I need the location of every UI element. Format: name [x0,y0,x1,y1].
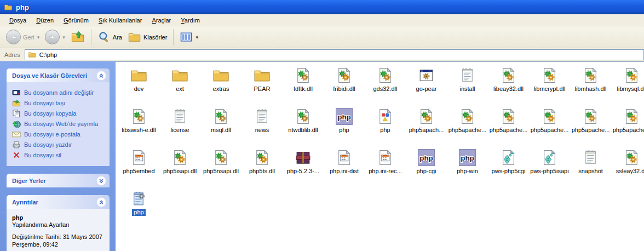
file-item[interactable]: msql.dll [200,106,242,147]
file-item[interactable]: php.ini-rec... [365,147,406,188]
file-item[interactable]: news [242,106,283,147]
file-item[interactable]: php5embed [118,147,159,188]
panel-details: Ayrıntılar php Yapılandırma Ayarları Değ… [7,195,110,251]
window-titlebar[interactable]: php [0,0,644,14]
folder-icon [130,66,148,84]
file-item[interactable]: php-cgi [406,147,447,188]
file-item[interactable]: PEAR [242,65,283,106]
file-item[interactable]: ntwdblib.dll [283,106,324,147]
file-item[interactable]: fdftk.dll [283,65,324,106]
file-label: php5apache... [447,127,488,134]
task-item[interactable]: Bu dosyayı yazdır [12,139,106,150]
file-label: pws-php5isapi [528,168,570,175]
menu-item[interactable]: Yardım [176,15,205,25]
file-label: fdftk.dll [292,85,314,93]
file-item[interactable]: php5apache... [488,106,529,147]
file-item[interactable]: libmysql.dll [611,65,644,106]
file-item[interactable]: pws-php5cgi [488,147,529,188]
collapse-button[interactable] [96,71,106,81]
task-item[interactable]: Bu dosyayı e-postala [12,129,106,139]
file-label: php5apache... [611,127,644,134]
file-label: ext [174,85,186,93]
folder-icon [212,66,231,84]
menu-item[interactable]: Sık Kullanılanlar [94,15,147,25]
menu-item[interactable]: Dosya [4,15,31,25]
views-button[interactable]: ▾ [177,29,201,45]
file-item[interactable]: php5apache... [447,106,488,147]
expand-button[interactable] [96,176,106,186]
file-item[interactable]: fribidi.dll [324,65,365,106]
file-item[interactable]: install [447,65,488,106]
file-item[interactable]: libeay32.dll [488,65,529,106]
file-label: libmhash.dll [573,85,608,93]
file-item[interactable]: license [159,106,200,147]
rename-icon [12,88,21,97]
dll-icon [294,66,313,84]
file-item[interactable]: dev [118,65,159,106]
file-item[interactable]: go-pear [406,65,447,106]
file-item[interactable]: ext [159,65,200,106]
file-item[interactable]: extras [200,65,242,106]
file-item[interactable]: php5ts.dll [242,147,283,188]
file-item[interactable]: php5apache... [570,106,611,147]
file-item[interactable]: snapshot [570,147,611,188]
file-label: snapshot [577,168,605,175]
back-dropdown-icon[interactable]: ▾ [37,35,40,40]
task-item[interactable]: Bu dosyayı taşı [12,98,106,108]
file-item[interactable]: php5apach... [406,106,447,147]
search-button[interactable]: Ara [95,29,125,45]
chevron-down-icon [97,177,105,185]
menu-item[interactable]: Düzen [31,15,59,25]
panel-file-tasks-header[interactable]: Dosya ve Klasör Görevleri [7,69,110,82]
file-label: fribidi.dll [331,85,357,93]
file-item[interactable]: libmhash.dll [570,65,611,106]
file-item[interactable]: gds32.dll [365,65,406,106]
text-icon [458,66,477,84]
collapse-button[interactable] [96,197,106,207]
task-item[interactable]: Bu dosyayı Web'de yayımla [12,118,106,129]
dll-icon [540,107,559,126]
folders-button[interactable]: Klasörler [125,28,170,45]
file-label: install [458,85,476,93]
file-label: libswish-e.dll [120,127,157,134]
dll-icon [212,107,231,126]
file-item[interactable]: php5apache... [529,106,570,147]
toolbar-separator [173,29,174,45]
file-label: php-5.2.3-... [285,168,321,175]
task-item[interactable]: Bu dosyanın adını değiştir [12,87,106,98]
views-dropdown-icon[interactable]: ▾ [196,35,198,40]
file-item[interactable]: pws-php5isapi [529,147,570,188]
file-label: php [132,209,145,216]
file-item[interactable]: php5nsapi.dll [200,147,242,188]
ini-icon [335,148,354,167]
forward-button[interactable]: ▾ [42,28,68,46]
file-item[interactable]: php-win [447,147,488,188]
menu-item[interactable]: Araçlar [147,15,176,25]
file-item[interactable]: php [365,106,406,147]
file-item[interactable]: php5isapi.dll [159,147,200,188]
task-item[interactable]: Bu dosyayı sil [12,150,106,160]
panel-details-header[interactable]: Ayrıntılar [7,195,110,209]
file-item[interactable]: php5apache... [611,106,644,147]
address-input[interactable]: C:\php [25,49,644,60]
task-label: Bu dosyanın adını değiştir [24,89,94,96]
file-item[interactable]: ssleay32.dll [611,147,644,188]
file-item[interactable]: php [324,106,365,147]
forward-dropdown-icon[interactable]: ▾ [62,35,65,40]
folder-icon [171,66,189,84]
up-button[interactable] [68,28,88,46]
toolbar-separator [91,29,91,45]
file-item[interactable]: libmcrypt.dll [529,65,570,106]
task-item[interactable]: Bu dosyayı kopyala [12,108,106,118]
file-item[interactable]: php-5.2.3-... [283,147,324,188]
file-item[interactable]: php.ini-dist [324,147,365,188]
menu-bar: DosyaDüzenGörünümSık KullanılanlarAraçla… [0,14,644,26]
back-button[interactable]: Geri ▾ [3,28,42,46]
chevron-up-icon [97,198,105,206]
file-item[interactable]: php [118,188,159,229]
file-item[interactable]: libswish-e.dll [118,106,159,147]
panel-other-places-header[interactable]: Diğer Yerler [7,174,110,187]
menu-item[interactable]: Görünüm [59,15,94,25]
phplogo-icon [417,148,436,167]
address-label: Adres [4,52,20,58]
